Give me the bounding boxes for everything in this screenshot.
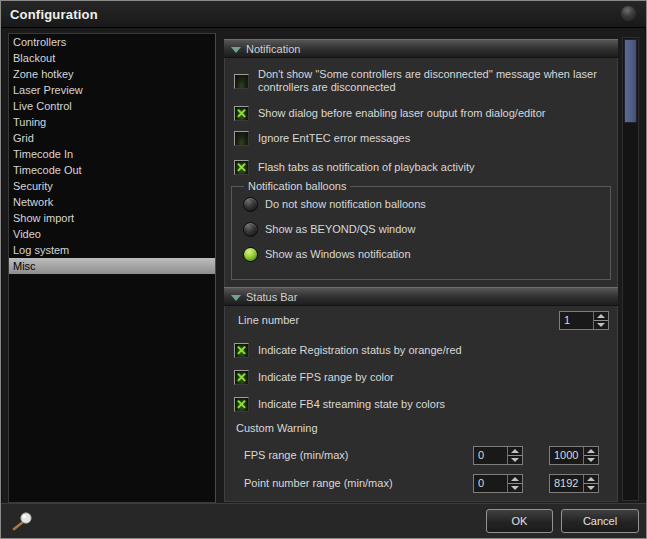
line-number-spinner[interactable]: 1 [559,311,609,330]
scrollbar-thumb[interactable] [624,39,637,123]
sidebar-item-timecode-out[interactable]: Timecode Out [9,162,215,178]
windows-notification-radio[interactable] [243,247,258,262]
status-bar-section-body: Line number 1 Indicate Registration stat… [225,306,617,502]
spin-down-icon[interactable] [594,321,608,330]
radio-label: Show as BEYOND/QS window [265,223,415,236]
spin-up-icon[interactable] [508,447,522,456]
radio-label: Do not show notification balloons [265,198,426,211]
chevron-down-icon [231,47,241,53]
flash-tabs-checkbox[interactable] [234,160,249,175]
window-title: Configuration [10,7,98,22]
group-title: Notification balloons [244,180,350,192]
title-bar: Configuration [1,1,646,28]
ignore-enttec-errors-checkbox[interactable] [234,131,249,146]
spin-up-icon[interactable] [584,475,598,484]
spinner-value: 8192 [554,477,578,489]
checkbox-row: Indicate FPS range by color [225,370,617,394]
sidebar-item-laser-preview[interactable]: Laser Preview [9,82,215,98]
line-number-label: Line number [238,314,299,326]
section-header-status-bar[interactable]: Status Bar [224,287,618,306]
notification-section-body: Don't show ''Some controllers are discon… [225,58,617,287]
ok-button[interactable]: OK [486,509,553,533]
point-max-spinner[interactable]: 8192 [549,474,599,493]
point-min-spinner[interactable]: 0 [473,474,523,493]
spinner-value: 0 [478,477,484,489]
settings-panel: Notification Don't show ''Some controlle… [224,39,618,502]
section-title: Status Bar [246,291,297,303]
checkbox-row: Don't show ''Some controllers are discon… [225,68,617,102]
spin-down-icon[interactable] [584,484,598,493]
spinner-buttons [583,447,598,464]
sidebar-item-video[interactable]: Video [9,226,215,242]
spin-up-icon[interactable] [508,475,522,484]
spinner-value: 1 [564,314,570,326]
checkbox-label: Indicate FPS range by color [258,371,394,384]
checkbox-label: Indicate FB4 streaming state by colors [258,398,445,411]
radio-row: Show as BEYOND/QS window [232,222,610,246]
checkbox-label: Show dialog before enabling laser output… [258,107,545,120]
beyond-qs-window-radio[interactable] [243,222,258,237]
footer-bar: OK Cancel [1,503,646,538]
chevron-down-icon [231,295,241,301]
spinner-value: 0 [478,449,484,461]
category-list: Controllers Blackout Zone hotkey Laser P… [8,33,216,503]
indicate-fb4-streaming-checkbox[interactable] [234,397,249,412]
spin-down-icon[interactable] [508,484,522,493]
fps-min-spinner[interactable]: 0 [473,446,523,465]
sidebar-item-misc[interactable]: Misc [9,258,215,274]
spin-up-icon[interactable] [594,312,608,321]
sidebar-item-grid[interactable]: Grid [9,130,215,146]
no-balloons-radio[interactable] [243,197,258,212]
checkbox-row: Show dialog before enabling laser output… [225,106,617,130]
spinner-buttons [583,475,598,492]
vertical-scrollbar[interactable] [622,37,639,501]
configuration-dialog: Configuration Controllers Blackout Zone … [0,0,647,539]
sidebar-item-blackout[interactable]: Blackout [9,50,215,66]
indicate-fps-range-checkbox[interactable] [234,370,249,385]
section-title: Notification [246,43,300,55]
custom-warning-label: Custom Warning [236,422,318,434]
checkbox-label: Flash tabs as notification of playback a… [258,161,474,174]
radio-row: Show as Windows notification [232,247,610,271]
radio-row: Do not show notification balloons [232,197,610,221]
cancel-button[interactable]: Cancel [561,509,639,533]
spinner-buttons [593,312,608,329]
notification-balloons-group: Notification balloons Do not show notifi… [231,186,611,280]
sidebar-item-network[interactable]: Network [9,194,215,210]
section-header-notification[interactable]: Notification [224,39,618,58]
spinner-buttons [507,475,522,492]
spin-down-icon[interactable] [508,456,522,465]
show-dialog-before-output-checkbox[interactable] [234,106,249,121]
spin-up-icon[interactable] [584,447,598,456]
spinner-value: 1000 [554,449,578,461]
sidebar-item-timecode-in[interactable]: Timecode In [9,146,215,162]
magnifier-icon[interactable] [9,510,33,534]
checkbox-label: Indicate Registration status by orange/r… [258,344,462,357]
sidebar-item-live-control[interactable]: Live Control [9,98,215,114]
sidebar-item-zone-hotkey[interactable]: Zone hotkey [9,66,215,82]
indicate-registration-checkbox[interactable] [234,343,249,358]
radio-label: Show as Windows notification [265,248,411,261]
fps-range-label: FPS range (min/max) [244,449,349,461]
sidebar-item-show-import[interactable]: Show import [9,210,215,226]
checkbox-row: Indicate FB4 streaming state by colors [225,397,617,421]
sidebar-item-security[interactable]: Security [9,178,215,194]
checkbox-label: Ignore EntTEC error messages [258,132,410,145]
titlebar-sphere-icon[interactable] [621,6,636,21]
dont-show-disconnected-checkbox[interactable] [234,74,249,89]
spin-down-icon[interactable] [584,456,598,465]
checkbox-label: Don't show ''Some controllers are discon… [258,68,614,94]
checkbox-row: Indicate Registration status by orange/r… [225,343,617,367]
sidebar-item-tuning[interactable]: Tuning [9,114,215,130]
spinner-buttons [507,447,522,464]
sidebar-item-log-system[interactable]: Log system [9,242,215,258]
sidebar-item-controllers[interactable]: Controllers [9,34,215,50]
point-number-range-label: Point number range (min/max) [244,477,393,489]
checkbox-row: Ignore EntTEC error messages [225,131,617,155]
fps-max-spinner[interactable]: 1000 [549,446,599,465]
